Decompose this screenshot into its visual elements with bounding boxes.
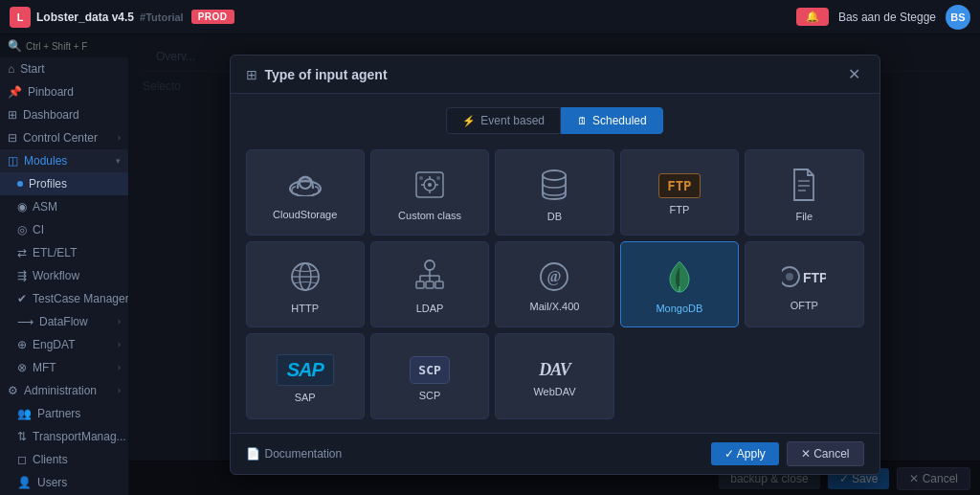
cancel-modal-button[interactable]: ✕ Cancel: [787, 441, 864, 466]
webdav-icon: DAV: [539, 360, 570, 380]
sidebar-item-dataflow[interactable]: ⟶ DataFlow ›: [0, 310, 128, 333]
sidebar-search-bar[interactable]: 🔍: [0, 34, 128, 57]
ldap-label: LDAP: [416, 303, 444, 314]
agent-card-sap[interactable]: SAP SAP: [246, 333, 365, 419]
active-dot: [17, 181, 23, 187]
sidebar-item-etl[interactable]: ⇄ ETL/ELT: [0, 241, 128, 264]
control-icon: ⊟: [8, 131, 17, 145]
modal-close-button[interactable]: ✕: [844, 65, 864, 83]
sidebar-item-workflow[interactable]: ⇶ Workflow: [0, 264, 128, 287]
agent-card-ftp[interactable]: FTP FTP: [620, 149, 739, 236]
svg-rect-26: [435, 281, 443, 288]
agent-card-webdav[interactable]: DAV WebDAV: [495, 333, 613, 419]
svg-rect-25: [426, 281, 434, 288]
chevron-right-icon: ›: [118, 133, 121, 143]
sidebar-item-profiles[interactable]: Profiles: [0, 172, 128, 195]
svg-text:@: @: [547, 268, 562, 285]
svg-text:FTP: FTP: [803, 270, 826, 285]
docs-icon: 📄: [246, 447, 260, 461]
testcase-icon: ✔: [17, 292, 27, 305]
admin-icon: ⚙: [8, 384, 18, 397]
home-icon: ⌂: [8, 62, 14, 76]
ftp-icon: FTP: [658, 173, 700, 198]
lobster-icon: L: [10, 7, 31, 28]
tab-scheduled[interactable]: 🗓 Scheduled: [561, 107, 663, 134]
partners-icon: 👥: [17, 407, 32, 420]
layout: 🔍 ⌂ Start 📌 Pinboard ⊞ Dashboard ⊟ Contr…: [0, 34, 980, 495]
app-logo: L Lobster_data v4.5 #Tutorial: [10, 7, 184, 28]
sap-label: SAP: [295, 392, 316, 403]
asm-icon: ◉: [17, 200, 27, 214]
agent-card-file[interactable]: File: [745, 149, 863, 236]
custom-class-label: Custom class: [398, 210, 461, 221]
svg-point-31: [786, 273, 793, 281]
modal-header: ⊞ Type of input agent ✕: [231, 56, 880, 94]
modal-dialog: ⊞ Type of input agent ✕ ⚡ Event based 🗓 …: [230, 55, 880, 475]
sidebar-item-modules[interactable]: ◫ Modules ▾: [0, 149, 128, 172]
db-icon: [539, 168, 569, 205]
app-subtitle: #Tutorial: [140, 11, 184, 23]
agent-card-scp[interactable]: SCP SCP: [370, 333, 489, 419]
tab-event-based[interactable]: ⚡ Event based: [446, 107, 561, 134]
agent-card-custom-class[interactable]: Custom class: [370, 149, 489, 236]
svg-point-4: [428, 183, 432, 187]
oftp-label: OFTP: [791, 300, 818, 311]
scp-label: SCP: [419, 390, 441, 401]
top-bar-right: 🔔 Bas aan de Stegge BS: [796, 5, 970, 30]
sidebar-item-ci[interactable]: ◎ CI: [0, 218, 128, 241]
notification-btn[interactable]: 🔔: [796, 8, 829, 26]
chevron-right-icon: ›: [118, 386, 121, 395]
sidebar-item-users[interactable]: 👤 Users: [0, 471, 128, 494]
sidebar: 🔍 ⌂ Start 📌 Pinboard ⊞ Dashboard ⊟ Contr…: [0, 34, 129, 495]
sidebar-item-control-center[interactable]: ⊟ Control Center ›: [0, 126, 128, 149]
http-icon: [288, 259, 323, 297]
users-icon: 👤: [17, 476, 32, 489]
etl-icon: ⇄: [17, 246, 27, 259]
sap-icon: SAP: [277, 354, 334, 386]
modal-title: Type of input agent: [265, 67, 836, 82]
apply-button[interactable]: ✓ Apply: [711, 442, 779, 465]
search-input[interactable]: [26, 41, 129, 52]
sidebar-item-asm[interactable]: ◉ ASM: [0, 195, 128, 218]
agent-card-ldap[interactable]: LDAP: [370, 241, 489, 327]
svg-point-11: [543, 170, 566, 180]
custom-class-icon: [412, 169, 447, 204]
agent-card-mail[interactable]: @ Mail/X.400: [495, 241, 613, 327]
top-bar: L Lobster_data v4.5 #Tutorial PROD 🔔 Bas…: [0, 0, 980, 34]
mongodb-label: MongoDB: [656, 303, 702, 314]
modal-tabs: ⚡ Event based 🗓 Scheduled: [231, 94, 880, 144]
documentation-link[interactable]: 📄 Documentation: [246, 447, 343, 461]
sidebar-item-transport[interactable]: ⇅ TransportManag... ›: [0, 425, 128, 448]
dataflow-icon: ⟶: [17, 315, 33, 328]
http-label: HTTP: [291, 303, 319, 314]
lightning-icon: ⚡: [462, 115, 476, 127]
chevron-right-icon: ›: [118, 340, 121, 349]
sidebar-item-pinboard[interactable]: 📌 Pinboard: [0, 80, 128, 103]
calendar-icon: 🗓: [577, 115, 588, 126]
agent-card-http[interactable]: HTTP: [246, 241, 365, 327]
chevron-down-icon: ▾: [116, 156, 121, 166]
agent-card-cloud-storage[interactable]: CloudStorage: [246, 149, 365, 236]
agent-card-oftp[interactable]: FTP OFTP: [745, 241, 863, 327]
engdat-icon: ⊕: [17, 338, 27, 351]
sidebar-item-partners[interactable]: 👥 Partners: [0, 402, 128, 425]
sidebar-item-administration[interactable]: ⚙ Administration ›: [0, 379, 128, 402]
clients-icon: ◻: [17, 453, 27, 466]
sidebar-item-dashboard[interactable]: ⊞ Dashboard: [0, 103, 128, 126]
modal-overlay: ⊞ Type of input agent ✕ ⚡ Event based 🗓 …: [129, 34, 980, 495]
agent-card-db[interactable]: DB: [495, 149, 613, 236]
cloud-storage-label: CloudStorage: [273, 209, 337, 220]
mongodb-icon: [666, 259, 693, 297]
sidebar-item-mft[interactable]: ⊗ MFT ›: [0, 356, 128, 379]
svg-point-10: [436, 176, 440, 180]
sidebar-item-engdat[interactable]: ⊕ EngDAT ›: [0, 333, 128, 356]
db-label: DB: [547, 211, 562, 222]
chevron-right-icon: ›: [118, 317, 121, 326]
sidebar-item-testcase[interactable]: ✔ TestCase Manager: [0, 287, 128, 310]
modal-title-icon: ⊞: [246, 67, 257, 82]
sidebar-item-start[interactable]: ⌂ Start: [0, 57, 128, 80]
svg-rect-24: [416, 281, 424, 288]
modules-icon: ◫: [8, 154, 18, 168]
agent-card-mongodb[interactable]: MongoDB: [620, 241, 739, 327]
sidebar-item-clients[interactable]: ◻ Clients: [0, 448, 128, 471]
